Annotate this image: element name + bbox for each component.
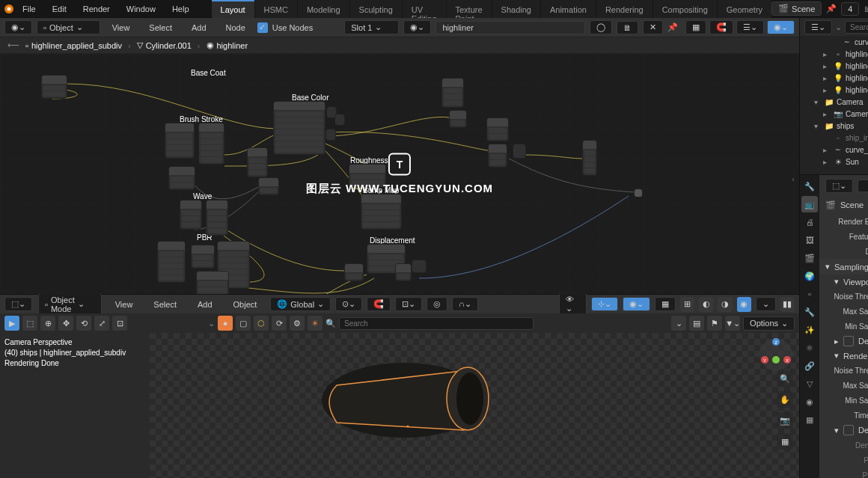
node-menu-node[interactable]: Node [218, 20, 253, 35]
tab-layout[interactable]: Layout [212, 0, 254, 18]
perspective-tool-icon[interactable]: ▦ [777, 433, 793, 450]
menu-render[interactable]: Render [76, 1, 117, 16]
prop-tab-data[interactable]: ▽ [801, 376, 818, 392]
scene-selector[interactable]: 🎬 Scene [771, 1, 822, 16]
outliner-tree[interactable]: ～ curve_path ↖☑👁🖵📷 ▸ ▫ highliner_base 🔧 … [800, 36, 868, 174]
shader-node[interactable] [449, 110, 467, 128]
app-logo[interactable] [3, 1, 15, 16]
disclosure-icon[interactable]: ▾ [814, 122, 822, 130]
disclosure-icon[interactable]: ▸ [823, 110, 831, 118]
tool-cursor[interactable]: ⊕ [40, 316, 55, 331]
shader-node[interactable] [334, 114, 345, 126]
shader-node[interactable] [247, 147, 268, 177]
outliner-item[interactable]: ▸ ☀ Sun ☀ ↖☑👁🖵📷 [800, 156, 868, 168]
camera-tool-icon[interactable]: 📷 [777, 412, 793, 429]
viewport-search-input[interactable] [339, 317, 534, 330]
tool-scale[interactable]: ⤢ [94, 316, 109, 331]
gizmo-toggle[interactable]: ⊹⌄ [591, 297, 618, 311]
slot-dropdown[interactable]: Slot 1 ⌄ [344, 20, 399, 34]
pin-icon[interactable]: 📌 [826, 4, 837, 13]
prop-tab-scene[interactable]: 🎬 [801, 250, 818, 266]
outliner-item[interactable]: ▫ ship_instances ☑↖👁🖵📷 [800, 132, 868, 144]
collection-icon[interactable]: ▢ [236, 316, 251, 331]
viewport-mode-dropdown[interactable]: ▫ Object Mode ⌄ [38, 293, 102, 316]
material-new-icon[interactable]: 🗎 [617, 21, 638, 34]
disclosure-icon[interactable]: ▸ [823, 62, 831, 70]
shader-node[interactable] [273, 101, 326, 155]
outliner-item[interactable]: ▾ 📁 ships ☑↖👁🖵📷 [800, 120, 868, 132]
options-dropdown[interactable]: Options ⌄ [743, 316, 795, 331]
navigation-gizmo[interactable]: Z Y X [757, 336, 795, 373]
new-scene-icon[interactable]: 🗎 [864, 4, 868, 13]
xray-toggle[interactable]: ▦ [655, 297, 676, 311]
sampling-panel-header[interactable]: ▾ Sampling ⋯ [819, 259, 868, 275]
tool-select-box[interactable]: ⬚ [22, 316, 37, 331]
props-search-input[interactable] [858, 180, 868, 192]
visibility-dropdown[interactable]: 👁⌄ [559, 292, 587, 316]
prop-tab-particles[interactable]: ✨ [801, 322, 818, 338]
disclosure-icon[interactable]: ▸ [823, 158, 831, 166]
prop-tab-constraint[interactable]: 🔗 [801, 358, 818, 374]
tool-select[interactable]: ▶ [4, 316, 19, 331]
shading-wireframe[interactable]: ⊞ [680, 297, 694, 312]
shader-node[interactable] [582, 140, 597, 176]
outliner-item[interactable]: ▸ 💡 highliner_fill_light 💡 ↖☑👁🖵📷 [800, 60, 868, 72]
prop-tab-output[interactable]: 🖨 [801, 214, 818, 230]
orientation-dropdown[interactable]: 🌐 Global ⌄ [270, 297, 331, 311]
node-menu-view[interactable]: View [105, 20, 138, 35]
viewport-3d[interactable]: Z Y X 🔍 ✋ 📷 ▦ [150, 333, 799, 478]
node-menu-add[interactable]: Add [184, 20, 214, 35]
breadcrumb-pin-icon[interactable]: ⟵ [7, 40, 19, 50]
zoom-tool-icon[interactable]: 🔍 [777, 370, 793, 387]
vp-menu-select[interactable]: Select [146, 297, 184, 312]
viewport-editor-type[interactable]: ⬚⌄ [4, 297, 32, 311]
snap-dropdown[interactable]: ⊡⌄ [395, 297, 422, 311]
outliner-item[interactable]: ▸ 📷 Camera 🎞 ↖☑👁🖵📷 [800, 108, 868, 120]
breadcrumb-material[interactable]: ◉ highliner [207, 40, 248, 50]
overlay-toggle[interactable]: ◉⌄ [623, 297, 650, 311]
props-type-icon[interactable]: ⬚⌄ [825, 179, 853, 193]
denoise-rd-checkbox[interactable] [843, 425, 854, 435]
shader-node[interactable] [486, 117, 509, 141]
material-browse[interactable]: ◉⌄ [403, 20, 431, 34]
node-snap-icon[interactable]: 🧲 [709, 20, 733, 34]
prop-tab-texture[interactable]: ▦ [801, 411, 818, 428]
shader-node[interactable] [196, 271, 229, 294]
breadcrumb-object[interactable]: ▫ highliner_applied_subdiv [25, 41, 122, 50]
tab-modeling[interactable]: Modeling [298, 0, 349, 18]
material-name-field[interactable]: highliner [435, 21, 585, 34]
prop-tab-viewlayer[interactable]: 🖼 [801, 232, 818, 248]
vp-menu-add[interactable]: Add [190, 297, 220, 312]
view-flag-icon[interactable]: ⚑ [707, 316, 722, 331]
outliner-item[interactable]: ▸ ～ curve_path 🔧 ↖☑👁🖵📷 [800, 144, 868, 156]
shader-node[interactable] [198, 123, 224, 165]
prop-tab-modifier[interactable]: 🔧 [801, 304, 818, 320]
tab-hsmc[interactable]: HSMC [255, 0, 297, 18]
shader-node[interactable] [412, 260, 427, 273]
node-menu-select[interactable]: Select [141, 20, 180, 35]
pan-tool-icon[interactable]: ✋ [777, 391, 793, 408]
denoise-vp-header[interactable]: ▸ Denoise [819, 334, 868, 349]
node-shading-icon[interactable]: ◉⌄ [767, 20, 795, 34]
prop-tab-material[interactable]: ◉ [801, 393, 818, 410]
shader-node[interactable] [191, 245, 215, 269]
material-link-icon[interactable]: ◯ [590, 20, 612, 34]
breadcrumb-mesh[interactable]: ▽ Cylinder.001 [137, 40, 192, 50]
shader-node[interactable] [395, 263, 412, 281]
collection-color-orange[interactable]: ● [218, 316, 233, 331]
shader-node[interactable] [168, 166, 195, 190]
tab-texture-paint[interactable]: Texture Paint [447, 0, 492, 18]
shader-node[interactable] [41, 75, 67, 99]
prop-tab-render[interactable]: 📺 [801, 196, 818, 212]
outliner-display-mode[interactable]: ☰⌄ [804, 20, 832, 34]
menu-window[interactable]: Window [119, 1, 163, 16]
use-nodes-checkbox[interactable]: ✓ [257, 22, 268, 33]
shader-node[interactable] [258, 177, 279, 195]
prop-tab-tool[interactable]: 🔧 [801, 178, 818, 194]
disclosure-icon[interactable]: ▸ [823, 74, 831, 82]
vp-menu-object[interactable]: Object [226, 297, 265, 312]
object-mode-dropdown[interactable]: ▫ Object ⌄ [37, 20, 100, 34]
disclosure-icon[interactable]: ▸ [823, 146, 831, 154]
shader-node[interactable] [634, 189, 643, 197]
prop-tab-physics[interactable]: ⚛ [801, 340, 818, 356]
